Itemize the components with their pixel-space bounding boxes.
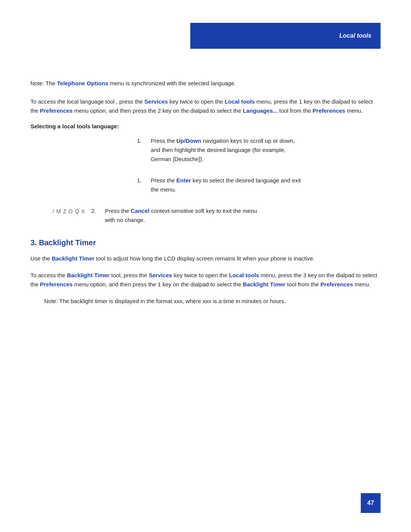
section3-para1: Use the Backlight Timer tool to adjust h… (30, 254, 381, 263)
s3p2-text1: To access the (30, 272, 67, 278)
enter-highlight: Enter (177, 177, 191, 184)
list-item-3: / M Z O Q X 2. Press the Cancel context-… (30, 206, 381, 225)
list-number-2: 1. (137, 176, 148, 185)
backlight-timer-highlight1: Backlight Timer (52, 255, 94, 262)
s3p2-text3: key twice to open the (172, 272, 229, 278)
updown-highlight: Up/Down (177, 137, 201, 144)
s3p2-text5: menu option, and then press the 1 key on… (73, 281, 243, 288)
numbered-list: 1. Press the Up/Down navigation keys to … (137, 136, 381, 194)
localtools-highlight: Local tools (225, 98, 255, 105)
backlight-timer-highlight3: Backlight Timer (243, 281, 285, 288)
section3-para2: To access the Backlight Timer tool, pres… (30, 271, 381, 289)
list-item-2: 1. Press the Enter key to select the des… (137, 176, 381, 194)
preferences-highlight1: Preferences (40, 107, 73, 114)
list-text-1: Press the Up/Down navigation keys to scr… (151, 136, 303, 164)
para1-text5: tool from the (278, 107, 313, 114)
main-content: Note: The Telephone Options menu is sync… (30, 79, 381, 306)
preferences-highlight2: Preferences (312, 107, 345, 114)
page-number: 47 (367, 500, 374, 506)
list-number-3: 2. (91, 206, 102, 216)
preferences-highlight3: Preferences (40, 281, 73, 288)
s3p1-text1: Use the (30, 255, 52, 262)
preferences-highlight4: Preferences (320, 281, 353, 288)
list-number-1: 1. (137, 136, 148, 145)
list3-prefix: Press the (105, 208, 131, 214)
localtools-highlight2: Local tools (229, 272, 259, 278)
list-text-3: Press the Cancel context-sensitive soft … (105, 206, 257, 225)
para1-text6: menu. (345, 107, 363, 114)
list-text-2: Press the Enter key to select the desire… (151, 176, 303, 194)
para1: To access the local language tool , pres… (30, 97, 381, 115)
cancel-highlight: Cancel (131, 208, 150, 214)
telephone-options-highlight: Telephone Options (57, 80, 108, 86)
languages-highlight: Languages... (243, 107, 278, 114)
para1-text4: menu option, and then press the 2 key on… (73, 107, 243, 114)
list-item-1: 1. Press the Up/Down navigation keys to … (137, 136, 381, 164)
note1-suffix: menu is synchronized with the selected l… (108, 80, 236, 86)
para1-text1: To access the local language tool , pres… (30, 98, 144, 105)
s3p2-text7: menu. (353, 281, 371, 288)
list1-prefix: Press the (151, 137, 177, 144)
s3p2-text2: tool, press the (110, 272, 149, 278)
para1-text2: key twice to open the (168, 98, 225, 105)
section3-heading: 3. Backlight Timer (30, 238, 381, 247)
s3p2-text6: tool from the (285, 281, 320, 288)
s3p1-text2: tool to adjust how long the LCD display … (94, 255, 315, 262)
list2-prefix: Press the (151, 177, 177, 184)
services-highlight: Services (144, 98, 168, 105)
page-container: Local tools Note: The Telephone Options … (0, 0, 411, 532)
header-bar: Local tools (190, 23, 381, 49)
services-highlight2: Services (149, 272, 172, 278)
subheading-local-tools-language: Selecting a local tools language: (30, 123, 381, 129)
section3-note: Note: The backlight timer is displayed i… (44, 297, 381, 306)
note-block-1: Note: The Telephone Options menu is sync… (30, 79, 381, 88)
backlight-timer-highlight2: Backlight Timer (67, 272, 110, 278)
note1-prefix: Note: The (30, 80, 57, 86)
page-number-box: 47 (361, 493, 381, 513)
side-label: / M Z O Q X (30, 207, 91, 216)
header-title: Local tools (339, 32, 371, 39)
